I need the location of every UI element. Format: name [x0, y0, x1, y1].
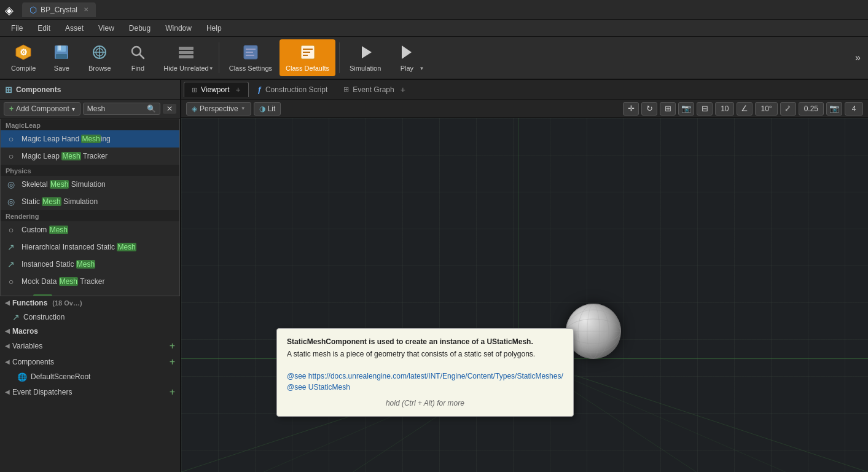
viewport-snap-value[interactable]: 0.25 [799, 102, 824, 116]
search-clear-button[interactable]: ✕ [163, 104, 176, 114]
simulation-button[interactable]: Simulation [343, 39, 387, 76]
tab-viewport-add-icon[interactable]: + [235, 85, 240, 95]
menu-edit[interactable]: Edit [31, 22, 57, 34]
macros-section-header[interactable]: ◀ Macros [0, 324, 180, 338]
menu-file[interactable]: File [5, 22, 29, 34]
find-icon [129, 44, 146, 63]
class-defaults-label: Class Defaults [286, 65, 329, 72]
result-hierarchical-instanced-static-mesh[interactable]: ↗ Hierarchical Instanced Static Mesh [1, 238, 179, 256]
menu-help[interactable]: Help [200, 22, 228, 34]
class-settings-button[interactable]: Class Settings [223, 39, 278, 76]
variables-section-header[interactable]: ◀ Variables + [0, 338, 180, 354]
components-sub-add-button[interactable]: + [170, 356, 175, 368]
save-button[interactable]: Save [43, 39, 80, 76]
tooltip-see2: @see UStaticMesh [287, 382, 563, 393]
svg-rect-13 [179, 51, 194, 54]
tooltip-see1: @see https://docs.unrealengine.com/lates… [287, 371, 563, 382]
editor-tab-bp-crystal[interactable]: ⬡ BP_Crystal ✕ [22, 2, 96, 17]
default-scene-root-icon: 🌐 [17, 372, 27, 382]
menu-window[interactable]: Window [159, 22, 198, 34]
search-input[interactable] [87, 104, 144, 113]
tab-construction-script[interactable]: ƒ Construction Script [250, 82, 335, 96]
svg-rect-14 [179, 55, 194, 58]
static-mesh-sim-label: Static Mesh Simulation [22, 197, 174, 206]
viewport-cam-value[interactable]: 4 [845, 102, 863, 116]
svg-marker-24 [402, 45, 412, 59]
add-component-button[interactable]: + Add Component ▾ [4, 102, 80, 116]
instanced-mesh-icon: ↗ [6, 259, 17, 270]
viewport-grid-size[interactable]: 10 [715, 102, 734, 116]
simulation-label: Simulation [350, 65, 381, 72]
search-dropdown: MagicLeap ○ Magic Leap Hand Meshing ○ Ma… [0, 119, 180, 296]
viewport-angle-value[interactable]: 10° [755, 102, 777, 116]
play-button[interactable]: Play ▼ [388, 39, 425, 76]
lit-button[interactable]: ◑ Lit [254, 102, 281, 116]
menu-asset[interactable]: Asset [59, 22, 90, 34]
macros-chevron-icon: ◀ [5, 328, 10, 334]
tab-viewport[interactable]: ⊞ Viewport + [184, 82, 249, 97]
result-magic-leap-hand-meshing[interactable]: ○ Magic Leap Hand Meshing [1, 130, 179, 148]
hide-unrelated-button[interactable]: Hide Unrelated ▼ [157, 39, 214, 76]
find-label: Find [131, 65, 144, 72]
result-instanced-static-mesh[interactable]: ↗ Instanced Static Mesh [1, 256, 179, 273]
result-mock-data-mesh[interactable]: ○ Mock Data Mesh Tracker [1, 273, 179, 290]
viewport-area[interactable]: StaticMeshComponent is used to create an… [181, 118, 868, 472]
tab-event-graph[interactable]: ⊞ Event Graph + [336, 82, 413, 97]
result-magic-leap-mesh-tracker[interactable]: ○ Magic Leap Mesh Tracker [1, 148, 179, 165]
perspective-label: Perspective [200, 104, 238, 113]
hide-unrelated-dropdown-icon: ▼ [209, 66, 214, 71]
play-dropdown-icon: ▼ [419, 66, 424, 71]
perspective-button[interactable]: ◈ Perspective ▼ [186, 102, 251, 116]
tooltip-line2: A static mesh is a piece of geometry tha… [287, 348, 563, 360]
class-settings-icon [242, 44, 259, 63]
hierarchical-mesh-label: Hierarchical Instanced Static Mesh [22, 243, 174, 251]
tooltip-hint: hold (Ctrl + Alt) for more [287, 398, 563, 409]
viewport-grid-toggle[interactable]: ⊟ [697, 102, 713, 116]
functions-section-header[interactable]: ◀ Functions (18 Ov…) [0, 296, 180, 310]
construction-item[interactable]: ↗ Construction [0, 310, 180, 324]
variables-add-button[interactable]: + [170, 340, 175, 352]
mr-mesh-label: MRMesh [22, 294, 174, 296]
tab-event-label: Event Graph [353, 85, 394, 94]
menu-debug[interactable]: Debug [123, 22, 157, 34]
toolbar-sep-2 [339, 42, 340, 73]
viewport-camera-mode-button[interactable]: 📷 [678, 102, 694, 116]
result-skeletal-mesh-sim[interactable]: ◎ Skeletal Mesh Simulation [1, 176, 179, 193]
toolbar-expand-icon[interactable]: » [853, 50, 863, 66]
custom-mesh-label: Custom Mesh [22, 226, 174, 234]
play-icon [398, 44, 415, 63]
tab-event-add-icon[interactable]: + [401, 85, 405, 95]
browse-button[interactable]: Browse [81, 39, 118, 76]
event-dispatchers-chevron-icon: ◀ [5, 388, 10, 395]
custom-mesh-icon: ○ [6, 224, 17, 235]
functions-label: Functions [12, 299, 47, 307]
default-scene-root-item[interactable]: 🌐 DefaultSceneRoot [0, 370, 180, 384]
menu-view[interactable]: View [92, 22, 120, 34]
viewport-rotate-button[interactable]: ↻ [641, 102, 657, 116]
skeletal-mesh-sim-icon: ◎ [6, 179, 17, 190]
result-mr-mesh[interactable]: ○ MRMesh [1, 290, 179, 296]
find-button[interactable]: Find [119, 39, 156, 76]
result-custom-mesh[interactable]: ○ Custom Mesh [1, 221, 179, 238]
viewport-scale-button[interactable]: ⊞ [660, 102, 676, 116]
viewport-angle-icon[interactable]: ∠ [737, 102, 753, 116]
tab-close-btn[interactable]: ✕ [84, 6, 88, 13]
static-mesh-tooltip: StaticMeshComponent is used to create an… [276, 328, 574, 417]
svg-rect-4 [58, 45, 61, 50]
event-dispatchers-add-button[interactable]: + [170, 387, 175, 398]
viewport-move-button[interactable]: ✛ [623, 102, 639, 116]
compile-button[interactable]: ⚙ Compile [5, 39, 42, 76]
tooltip-title: StaticMeshComponent is used to create an… [287, 336, 563, 347]
static-mesh-sim-icon: ◎ [6, 196, 17, 207]
category-rendering: Rendering [1, 210, 179, 221]
viewport-cam-icon[interactable]: 📷 [826, 102, 842, 116]
components-subsection-header[interactable]: ◀ Components + [0, 354, 180, 370]
viewport-snap-icon[interactable]: ⤦ [780, 102, 796, 116]
viewport-right-buttons: ✛ ↻ ⊞ 📷 ⊟ 10 ∠ 10° ⤦ 0.25 📷 4 [623, 102, 863, 116]
left-panel: ⊞ Components + Add Component ▾ 🔍 ✕ Magic… [0, 80, 181, 472]
result-static-mesh-sim[interactable]: ◎ Static Mesh Simulation [1, 193, 179, 210]
variables-chevron-icon: ◀ [5, 342, 10, 349]
tab-construction-icon: ƒ [257, 85, 262, 94]
event-dispatchers-header[interactable]: ◀ Event Dispatchers + [0, 384, 180, 400]
class-defaults-button[interactable]: Class Defaults [280, 39, 335, 76]
